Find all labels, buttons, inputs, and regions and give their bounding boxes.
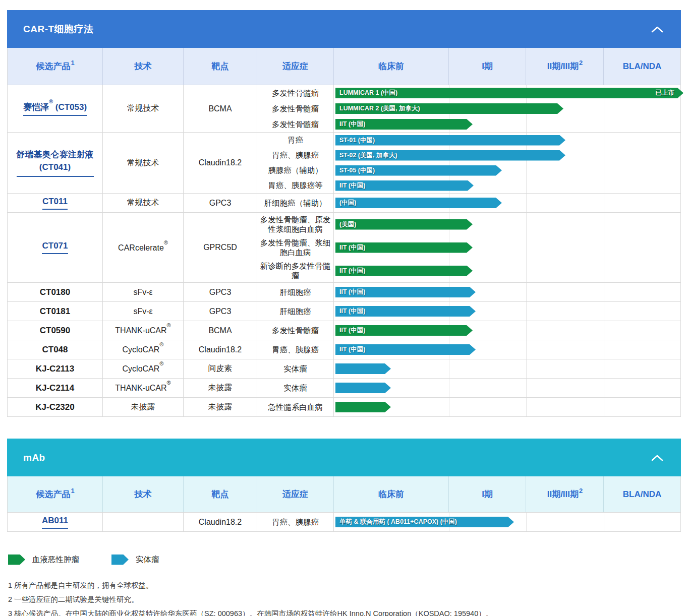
pipeline-bar: (中国) — [335, 198, 502, 208]
mab-section-header[interactable]: mAb — [7, 439, 681, 476]
tech-cell: 常规技术 — [103, 133, 184, 193]
pipeline-bar: IIT (中国) — [335, 266, 473, 276]
target-cell: BCMA — [184, 85, 257, 132]
indication-lines: 胃癌、胰腺癌 IIT (中国) — [257, 340, 680, 359]
product-link-ct011[interactable]: CT011 — [42, 197, 68, 210]
cart-section-header[interactable]: CAR-T细胞疗法 — [7, 10, 681, 48]
tech-cell: 未披露 — [103, 398, 184, 416]
pipeline-track: 单药 & 联合用药 ( AB011+CAPOX) (中国) — [334, 513, 680, 531]
pipeline-line: 肝细胞癌 IIT (中国) — [257, 302, 680, 321]
table-row-ct0590: CT0590 THANK-uCAR® BCMA 多发性骨髓瘤 IIT (中国) — [8, 321, 680, 340]
product-link-ab011[interactable]: AB011 — [42, 516, 68, 529]
footnote-2: 2 一些适应症的二期试验是关键性研究。 — [8, 592, 681, 606]
product-link-ct053[interactable]: 赛恺泽® (CT053) — [23, 101, 87, 116]
bar-label: ST-02 (美国, 加拿大) — [339, 151, 397, 160]
pipeline-track — [334, 379, 680, 397]
indication-lines: 胃癌 ST-01 (中国) 胃癌、胰腺癌 ST-02 (美国, 加拿大) — [257, 133, 680, 193]
column-header-phase1: I期 — [449, 48, 526, 85]
bar-label: IIT (中国) — [339, 243, 365, 252]
pipeline-bar: IIT (中国) — [335, 119, 473, 130]
table-row-ct041: 舒瑞基奥仑赛注射液(CT041) 常规技术 Claudin18.2 胃癌 ST-… — [8, 132, 680, 193]
product-link-ct041[interactable]: 舒瑞基奥仑赛注射液(CT041) — [17, 149, 94, 176]
pipeline-track: LUMMICAR 1 (中国) 已上市 — [334, 85, 683, 101]
table-row-ct071: CT071 CARcelerate® GPRC5D 多发性骨髓瘤、原发性浆细胞白… — [8, 212, 680, 282]
indication-lines: 胃癌、胰腺癌 单药 & 联合用药 ( AB011+CAPOX) (中国) — [257, 513, 680, 531]
tech-cell: CARcelerate® — [103, 213, 184, 282]
indication-lines: 多发性骨髓瘤 LUMMICAR 1 (中国) 已上市 多发性骨髓瘤 — [257, 85, 683, 132]
target-cell: 未披露 — [184, 379, 257, 397]
table-row-ct0180: CT0180 sFv-ε GPC3 肝细胞癌 IIT (中国) — [8, 282, 680, 301]
pipeline-line: 多发性骨髓瘤、原发性浆细胞白血病 (美国) — [257, 213, 680, 236]
indication-cell: 实体瘤 — [257, 359, 334, 378]
bar-label: LUMMICAR 2 (美国, 加拿大) — [339, 104, 420, 113]
indication-lines: 实体瘤 — [257, 359, 680, 378]
product-cell: CT0180 — [8, 283, 103, 301]
indication-cell: 胃癌、胰腺癌 — [257, 148, 334, 163]
chevron-up-icon[interactable] — [651, 453, 664, 462]
pipeline-track — [334, 398, 680, 416]
pipeline-line: 多发性骨髓瘤 LUMMICAR 2 (美国, 加拿大) — [257, 101, 683, 116]
bar-label: IIT (中国) — [339, 181, 365, 190]
pipeline-line: 多发性骨髓瘤 LUMMICAR 1 (中国) 已上市 — [257, 85, 683, 101]
pipeline-bar: ST-05 (中国) — [335, 165, 502, 176]
tech-cell: sFv-ε — [103, 302, 184, 321]
hematologic-arrow-icon — [8, 555, 25, 565]
pipeline-track: IIT (中国) — [334, 340, 680, 359]
column-header-phase1: I期 — [449, 476, 526, 512]
pipeline-bar: IIT (中国) — [335, 306, 476, 317]
indication-cell: 胃癌、胰腺癌 — [257, 340, 334, 359]
mab-section-title: mAb — [23, 452, 45, 463]
pipeline-bar: IIT (中国) — [335, 325, 473, 336]
bar-label: ST-01 (中国) — [339, 136, 375, 145]
chevron-up-icon[interactable] — [651, 25, 664, 34]
bar-label: IIT (中国) — [339, 307, 365, 316]
pipeline-line: 胃癌、胰腺癌 单药 & 联合用药 ( AB011+CAPOX) (中国) — [257, 513, 680, 531]
column-header-bla: BLA/NDA — [604, 476, 680, 512]
pipeline-track: ST-05 (中国) — [334, 163, 680, 178]
pipeline-track: IIT (中国) — [334, 116, 683, 132]
indication-cell: 肝细胞癌 — [257, 302, 334, 321]
pipeline-bar — [335, 363, 391, 374]
legend: 血液恶性肿瘤 实体瘤 — [8, 554, 681, 565]
bar-label: ST-05 (中国) — [339, 166, 375, 175]
pipeline-line: 新诊断的多发性骨髓瘤 IIT (中国) — [257, 259, 680, 282]
table-row-ct053: 赛恺泽® (CT053) 常规技术 BCMA 多发性骨髓瘤 LUMMICAR 1… — [8, 85, 680, 132]
table-row-ab011: AB011 Claudin18.2 胃癌、胰腺癌 单药 & 联合用药 ( AB0… — [8, 512, 680, 531]
indication-cell: 肝细胞癌（辅助） — [257, 194, 334, 212]
column-header-product: 候选产品1 — [8, 48, 103, 85]
cart-table: 候选产品1 技术 靶点 适应症 临床前 I期 II期/III期2 BLA/NDA… — [7, 48, 681, 417]
pipeline-track: IIT (中国) — [334, 259, 680, 282]
table-row-ct048: CT048 CycloCAR® Claudin18.2 胃癌、胰腺癌 IIT (… — [8, 340, 680, 359]
indication-cell: 胃癌 — [257, 133, 334, 148]
marketed-badge: 已上市 — [656, 89, 684, 97]
registered-mark: ® — [167, 322, 171, 328]
column-header-phase23: II期/III期2 — [526, 48, 604, 85]
pipeline-track: IIT (中国) — [334, 178, 680, 193]
indication-cell: 实体瘤 — [257, 379, 334, 397]
pipeline-line: 胰腺癌（辅助） ST-05 (中国) — [257, 163, 680, 178]
product-cell: 舒瑞基奥仑赛注射液(CT041) — [8, 133, 103, 193]
target-cell: GPRC5D — [184, 213, 257, 282]
target-cell: Claudin18.2 — [184, 513, 257, 531]
column-header-preclinical: 临床前 — [334, 476, 449, 512]
solid-tumor-arrow-icon — [111, 555, 129, 565]
registered-mark: ® — [164, 239, 168, 245]
column-header-target: 靶点 — [184, 48, 257, 85]
column-header-tech: 技术 — [103, 48, 184, 85]
pipeline-line: 多发性骨髓瘤 IIT (中国) — [257, 321, 680, 340]
footnote-1: 1 所有产品都是自主研发的，拥有全球权益。 — [8, 578, 681, 592]
pipeline-bar: ST-01 (中国) — [335, 135, 565, 146]
pipeline-track: ST-02 (美国, 加拿大) — [334, 148, 680, 163]
product-link-ct071[interactable]: CT071 — [42, 241, 68, 254]
column-header-indication: 适应症 — [257, 476, 334, 512]
mab-table: 候选产品1 技术 靶点 适应症 临床前 I期 II期/III期2 BLA/NDA… — [7, 476, 681, 532]
bar-label: IIT (中国) — [339, 345, 365, 354]
indication-lines: 肝细胞癌 IIT (中国) — [257, 283, 680, 301]
tech-cell — [103, 513, 184, 531]
cart-column-header-row: 候选产品1 技术 靶点 适应症 临床前 I期 II期/III期2 BLA/NDA — [8, 48, 680, 85]
indication-cell: 新诊断的多发性骨髓瘤 — [257, 259, 334, 282]
indication-cell: 多发性骨髓瘤 — [257, 116, 334, 132]
indication-cell: 多发性骨髓瘤 — [257, 321, 334, 340]
pipeline-track: LUMMICAR 2 (美国, 加拿大) — [334, 101, 683, 116]
registered-mark: ® — [159, 341, 163, 347]
